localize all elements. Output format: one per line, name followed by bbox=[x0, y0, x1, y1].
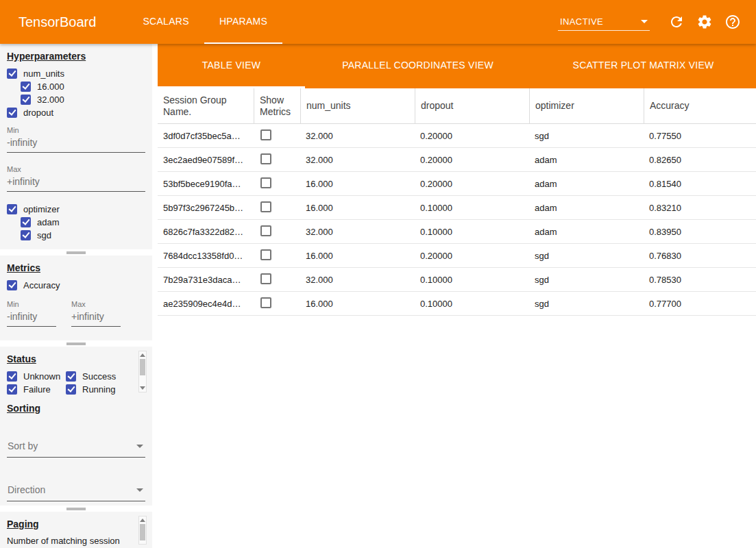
num-units-32-checkbox[interactable] bbox=[21, 95, 31, 105]
show-metrics-checkbox[interactable] bbox=[260, 153, 271, 164]
optimizer-cell: adam bbox=[529, 155, 644, 165]
scrollbar-thumb[interactable] bbox=[140, 359, 145, 375]
metric-minmax-fields: Min Max bbox=[7, 293, 145, 327]
session-group-name: 7b29a731e3daca… bbox=[158, 275, 254, 285]
col-header-session-group-name[interactable]: Session Group Name. bbox=[158, 88, 254, 123]
sort-by-value: Sort by bbox=[8, 440, 38, 451]
hyperparameters-heading: Hyperparameters bbox=[7, 51, 145, 62]
dropout-max-input[interactable] bbox=[7, 173, 145, 192]
pane-resize-handle[interactable] bbox=[0, 340, 152, 347]
num-units-label: num_units bbox=[23, 68, 64, 79]
col-header-dropout[interactable]: dropout bbox=[415, 88, 529, 123]
scroll-down-icon[interactable] bbox=[140, 386, 145, 390]
view-tabs: TABLE VIEW PARALLEL COORDINATES VIEW SCA… bbox=[158, 44, 756, 88]
hparam-row-optimizer: optimizer bbox=[7, 203, 145, 216]
dropout-min-label: Min bbox=[7, 126, 145, 134]
gear-icon[interactable] bbox=[696, 14, 713, 30]
dropout-checkbox[interactable] bbox=[7, 108, 17, 118]
status-failure-checkbox[interactable] bbox=[7, 384, 17, 395]
tab-table-view[interactable]: TABLE VIEW bbox=[158, 44, 305, 88]
table-row: 7684dcc13358fd0… 16.000 0.20000 sgd 0.76… bbox=[158, 244, 756, 268]
status-row-failure: Failure bbox=[7, 383, 66, 396]
dropout-cell: 0.20000 bbox=[415, 131, 529, 141]
status-running-checkbox[interactable] bbox=[66, 384, 76, 395]
metric-max-input[interactable] bbox=[71, 308, 121, 327]
optimizer-cell: sgd bbox=[529, 251, 644, 261]
table-row: 5b97f3c2967245b… 16.000 0.10000 adam 0.8… bbox=[158, 196, 756, 220]
status-scrollbar[interactable] bbox=[138, 351, 147, 393]
dropout-cell: 0.20000 bbox=[415, 251, 529, 261]
show-metrics-checkbox[interactable] bbox=[260, 177, 271, 188]
metric-min-input[interactable] bbox=[7, 308, 56, 327]
direction-value: Direction bbox=[8, 484, 45, 495]
accuracy-cell: 0.78530 bbox=[644, 275, 756, 285]
show-metrics-checkbox[interactable] bbox=[260, 225, 271, 236]
tab-hparams[interactable]: HPARAMS bbox=[204, 0, 282, 44]
show-metrics-cell bbox=[254, 201, 300, 214]
col-header-accuracy[interactable]: Accuracy bbox=[644, 88, 756, 123]
hparam-value-row: adam bbox=[21, 216, 145, 229]
col-header-optimizer[interactable]: optimizer bbox=[529, 88, 644, 123]
num-units-cell: 16.000 bbox=[300, 179, 415, 189]
sidebar: Hyperparameters num_units 16.000 32.000 … bbox=[0, 44, 152, 548]
num-units-cell: 32.000 bbox=[300, 227, 415, 237]
num-units-cell: 16.000 bbox=[300, 251, 415, 261]
accuracy-cell: 0.77700 bbox=[644, 299, 756, 309]
show-metrics-checkbox[interactable] bbox=[260, 249, 271, 260]
show-metrics-checkbox[interactable] bbox=[260, 297, 271, 308]
show-metrics-checkbox[interactable] bbox=[260, 201, 271, 212]
optimizer-checkbox[interactable] bbox=[7, 204, 17, 214]
tab-scalars[interactable]: SCALARS bbox=[127, 0, 204, 44]
status-row-unknown: Unknown bbox=[7, 370, 66, 383]
hyperparameters-pane: Hyperparameters num_units 16.000 32.000 … bbox=[0, 44, 152, 249]
help-icon[interactable] bbox=[724, 14, 741, 30]
reload-status-dropdown[interactable]: INACTIVE bbox=[558, 14, 650, 31]
col-header-show-metrics[interactable]: Show Metrics bbox=[254, 88, 300, 123]
pane-resize-handle[interactable] bbox=[0, 249, 152, 256]
paging-scrollbar[interactable] bbox=[138, 516, 147, 545]
tensorboard-app: TensorBoard SCALARS HPARAMS INACTIVE bbox=[0, 0, 756, 548]
status-row-success: Success bbox=[66, 370, 126, 383]
chevron-down-icon bbox=[136, 445, 143, 448]
num-units-32-label: 32.000 bbox=[37, 95, 64, 105]
num-units-16-checkbox[interactable] bbox=[21, 82, 31, 92]
scroll-up-icon[interactable] bbox=[140, 353, 145, 357]
optimizer-sgd-checkbox[interactable] bbox=[21, 230, 31, 240]
num-units-cell: 16.000 bbox=[300, 299, 415, 309]
show-metrics-cell bbox=[254, 273, 300, 286]
paging-pane: Paging Number of matching session groups… bbox=[0, 512, 152, 548]
tab-parallel-coordinates-view[interactable]: PARALLEL COORDINATES VIEW bbox=[305, 44, 531, 88]
col-header-num-units[interactable]: num_units bbox=[300, 88, 415, 123]
refresh-icon[interactable] bbox=[668, 14, 685, 30]
num-units-16-label: 16.000 bbox=[37, 82, 64, 92]
dropout-label: dropout bbox=[23, 108, 53, 118]
hparam-row-dropout: dropout bbox=[7, 106, 145, 119]
status-success-label: Success bbox=[82, 371, 116, 382]
table-row: 53bf5bece9190fa… 16.000 0.20000 adam 0.8… bbox=[158, 172, 756, 196]
dropout-cell: 0.20000 bbox=[415, 179, 529, 189]
optimizer-cell: sgd bbox=[529, 299, 644, 309]
table-row: 7b29a731e3daca… 32.000 0.10000 sgd 0.785… bbox=[158, 268, 756, 292]
table-header-row: Session Group Name. Show Metrics num_uni… bbox=[158, 88, 756, 124]
session-groups-table: Session Group Name. Show Metrics num_uni… bbox=[158, 88, 756, 548]
num-units-checkbox[interactable] bbox=[7, 68, 17, 79]
show-metrics-checkbox[interactable] bbox=[260, 273, 271, 284]
show-metrics-cell bbox=[254, 153, 300, 166]
show-metrics-checkbox[interactable] bbox=[260, 129, 271, 140]
accuracy-checkbox[interactable] bbox=[7, 280, 17, 290]
direction-dropdown[interactable]: Direction bbox=[7, 481, 145, 501]
show-metrics-cell bbox=[254, 177, 300, 190]
scrollbar-thumb[interactable] bbox=[140, 524, 145, 540]
dropout-min-input[interactable] bbox=[7, 134, 145, 153]
metric-row-accuracy: Accuracy bbox=[7, 279, 145, 292]
pane-resize-handle[interactable] bbox=[0, 506, 152, 512]
optimizer-adam-checkbox[interactable] bbox=[21, 217, 31, 227]
status-success-checkbox[interactable] bbox=[66, 371, 76, 382]
num-units-cell: 32.000 bbox=[300, 275, 415, 285]
sort-by-dropdown[interactable]: Sort by bbox=[7, 437, 145, 458]
scroll-up-icon[interactable] bbox=[140, 519, 145, 522]
status-unknown-checkbox[interactable] bbox=[7, 371, 17, 382]
spacer bbox=[7, 192, 145, 203]
tab-scatter-plot-matrix-view[interactable]: SCATTER PLOT MATRIX VIEW bbox=[531, 44, 756, 88]
accuracy-cell: 0.83210 bbox=[644, 203, 756, 213]
